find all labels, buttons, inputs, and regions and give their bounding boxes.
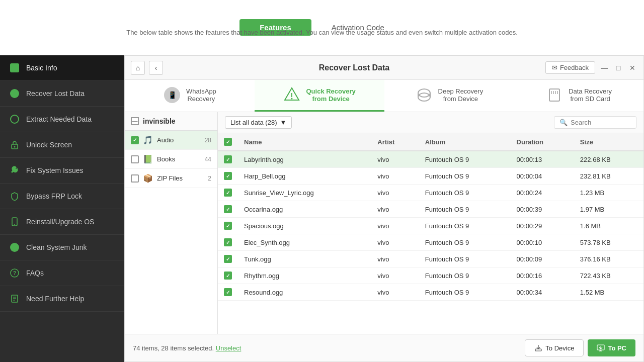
tab-sd-card-recovery[interactable]: Data Recovery from SD Card xyxy=(514,80,643,112)
svg-point-14 xyxy=(291,98,293,100)
tree-item-books-count: 44 xyxy=(205,156,211,163)
unselect-link[interactable]: Unselect xyxy=(216,344,242,352)
titlebar-left: ⌂ ‹ xyxy=(131,61,163,75)
dropdown-label: List all data (28) xyxy=(230,119,277,126)
cell-name: Labyrinth.ogg xyxy=(238,151,371,168)
table-row: ✓Spacious.oggvivoFuntouch OS 900:00:291.… xyxy=(218,218,643,234)
row-checkbox[interactable]: ✓ xyxy=(224,238,232,246)
cell-name: Resound.ogg xyxy=(238,284,371,301)
row-checkbox[interactable]: ✓ xyxy=(224,255,232,263)
cell-album: Funtouch OS 9 xyxy=(419,151,511,168)
to-pc-label: To PC xyxy=(608,344,626,352)
tab-whatsapp-recovery[interactable]: 📱 WhatsApp Recovery xyxy=(125,80,255,112)
cell-size: 1.52 MB xyxy=(574,284,643,301)
row-checkbox[interactable]: ✓ xyxy=(224,155,232,163)
cell-artist: vivo xyxy=(371,284,419,301)
sidebar-label-recover-lost-data: Recover Lost Data xyxy=(26,89,85,98)
cell-album: Funtouch OS 9 xyxy=(419,185,511,201)
sidebar-item-fix-system-issues[interactable]: Fix System Issues xyxy=(0,158,124,184)
tree-item-audio-checkbox[interactable]: ✓ xyxy=(131,136,139,144)
whatsapp-icon: 📱 xyxy=(163,86,181,104)
feedback-button[interactable]: ✉ Feedback xyxy=(545,61,595,74)
cell-album: Funtouch OS 9 xyxy=(419,284,511,301)
tab-deep-recovery[interactable]: Deep Recovery from Device xyxy=(384,80,514,112)
cell-album: Funtouch OS 9 xyxy=(419,168,511,185)
sidebar-label-need-further-help: Need Further Help xyxy=(26,295,84,303)
tree-item-books-label: Books xyxy=(157,155,201,163)
lock-icon xyxy=(9,139,20,150)
close-button[interactable]: ✕ xyxy=(627,63,637,73)
table-row: ✓Resound.oggvivoFuntouch OS 900:00:341.5… xyxy=(218,284,643,301)
sidebar-item-unlock-screen[interactable]: Unlock Screen xyxy=(0,132,124,158)
table-row: ✓Rhythm.oggvivoFuntouch OS 900:00:16722.… xyxy=(218,267,643,284)
feedback-label: Feedback xyxy=(560,64,589,71)
books-icon: 📗 xyxy=(143,154,153,164)
cell-duration: 00:00:16 xyxy=(511,267,574,284)
sidebar-item-need-further-help[interactable]: Need Further Help xyxy=(0,286,124,312)
mail-icon: ✉ xyxy=(552,64,557,71)
tree-item-zip[interactable]: 📦 ZIP Files 2 xyxy=(125,169,217,188)
cell-name: Tunk.ogg xyxy=(238,251,371,267)
row-checkbox[interactable]: ✓ xyxy=(224,288,232,296)
search-input[interactable] xyxy=(571,119,631,126)
content-area: — invinsible ✓ 🎵 Audio 28 📗 Books 44 xyxy=(125,112,643,334)
bg-description: The below table shows the features that … xyxy=(0,28,644,38)
titlebar-right: ✉ Feedback — □ ✕ xyxy=(545,61,637,74)
tree-item-zip-checkbox[interactable] xyxy=(131,174,139,183)
maximize-button[interactable]: □ xyxy=(613,63,623,73)
sidebar-item-faqs[interactable]: ? FAQs xyxy=(0,260,124,286)
tab-text-deep-recovery: Deep Recovery from Device xyxy=(438,87,484,103)
tree-item-audio[interactable]: ✓ 🎵 Audio 28 xyxy=(125,131,217,150)
audio-icon: 🎵 xyxy=(143,135,153,145)
sidebar-item-recover-lost-data[interactable]: Recover Lost Data xyxy=(0,81,124,107)
sidebar-item-bypass-frp-lock[interactable]: Bypass FRP Lock xyxy=(0,184,124,209)
cell-album: Funtouch OS 9 xyxy=(419,267,511,284)
cell-name: Harp_Bell.ogg xyxy=(238,168,371,185)
doc-icon xyxy=(9,293,20,304)
modal-titlebar: ⌂ ‹ Recover Lost Data ✉ Feedback — □ ✕ xyxy=(125,56,643,80)
cell-name: Elec_Synth.ogg xyxy=(238,234,371,251)
cell-size: 573.78 KB xyxy=(574,234,643,251)
row-checkbox[interactable]: ✓ xyxy=(224,172,232,180)
tree-item-books-checkbox[interactable] xyxy=(131,155,139,163)
cell-duration: 00:00:29 xyxy=(511,218,574,234)
tree-item-books[interactable]: 📗 Books 44 xyxy=(125,150,217,169)
sidebar-label-extract-needed-data: Extract Needed Data xyxy=(26,115,92,123)
modal-title: Recover Lost Data xyxy=(163,63,545,72)
sidebar-label-reinstall-upgrade-os: Reinstall/Upgrade OS xyxy=(26,218,94,226)
sidebar-item-basic-info[interactable]: Basic Info xyxy=(0,55,124,81)
cell-duration: 00:00:09 xyxy=(511,251,574,267)
list-all-data-dropdown[interactable]: List all data (28) ▼ xyxy=(225,116,292,129)
pc-download-icon xyxy=(597,344,605,352)
cell-size: 1.6 MB xyxy=(574,218,643,234)
sidebar-item-reinstall-upgrade-os[interactable]: Reinstall/Upgrade OS xyxy=(0,209,124,235)
tab-quick-recovery[interactable]: Quick Recovery from Device xyxy=(255,80,384,112)
back-button[interactable]: ‹ xyxy=(149,61,163,75)
footer-info: 74 items, 28 items selected. Unselect xyxy=(133,344,241,352)
broom-icon xyxy=(9,242,20,253)
dropdown-arrow-icon: ▼ xyxy=(280,119,287,126)
sidebar-item-clean-system-junk[interactable]: Clean System Junk xyxy=(0,235,124,260)
to-pc-button[interactable]: To PC xyxy=(588,339,635,356)
minimize-button[interactable]: — xyxy=(599,63,609,73)
home-button[interactable]: ⌂ xyxy=(131,61,145,75)
tree-header: — invinsible xyxy=(125,112,217,131)
cell-artist: vivo xyxy=(371,151,419,168)
modal: ⌂ ‹ Recover Lost Data ✉ Feedback — □ ✕ 📱… xyxy=(124,55,644,362)
cell-artist: vivo xyxy=(371,251,419,267)
sidebar-label-unlock-screen: Unlock Screen xyxy=(26,141,72,149)
cell-artist: vivo xyxy=(371,201,419,218)
search-box: 🔍 xyxy=(554,116,636,129)
cell-artist: vivo xyxy=(371,218,419,234)
row-checkbox[interactable]: ✓ xyxy=(224,189,232,197)
tree-select-all-checkbox[interactable]: — xyxy=(131,117,139,125)
row-checkbox[interactable]: ✓ xyxy=(224,205,232,213)
table-row: ✓Elec_Synth.oggvivoFuntouch OS 900:00:10… xyxy=(218,234,643,251)
to-device-button[interactable]: To Device xyxy=(525,339,584,356)
sidebar-item-extract-needed-data[interactable]: Extract Needed Data xyxy=(0,107,124,132)
row-checkbox[interactable]: ✓ xyxy=(224,272,232,280)
row-checkbox[interactable]: ✓ xyxy=(224,222,232,230)
cell-duration: 00:00:04 xyxy=(511,168,574,185)
select-all-checkbox[interactable]: ✓ xyxy=(224,138,232,146)
sidebar-label-faqs: FAQs xyxy=(26,269,44,277)
